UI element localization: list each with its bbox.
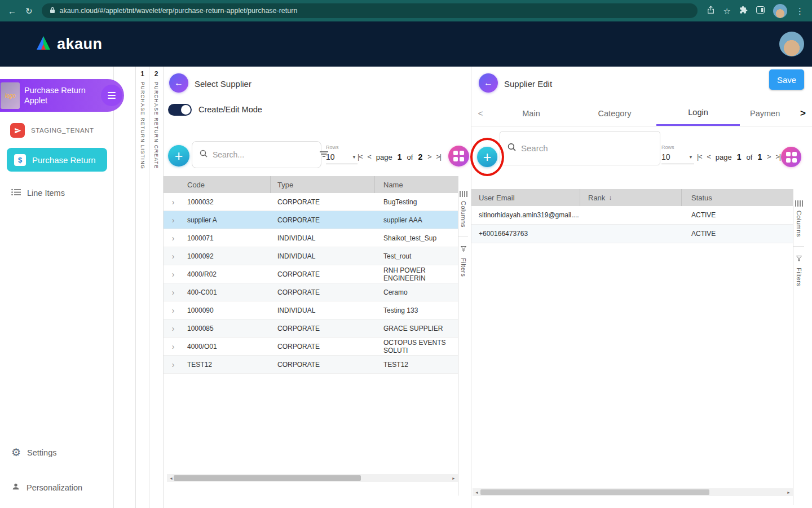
filters-button[interactable]: Filters xyxy=(460,258,467,277)
tab-category[interactable]: Category xyxy=(573,100,656,126)
last-page-icon[interactable]: >| xyxy=(776,153,781,161)
last-page-icon[interactable]: >| xyxy=(436,153,442,161)
create-edit-mode-toggle[interactable] xyxy=(168,104,192,116)
next-page-icon[interactable]: > xyxy=(767,153,770,161)
save-button[interactable]: Save xyxy=(769,69,804,90)
table-row[interactable]: ›1000092INDIVIDUALTest_rout xyxy=(164,247,458,265)
row-expand-icon[interactable]: › xyxy=(164,234,183,243)
cell-name: RNH POWER ENGINEERIN xyxy=(375,266,458,282)
table-row[interactable]: ›1000032CORPORATEBugTesting xyxy=(164,193,458,211)
table-row[interactable]: +600166473763ACTIVE xyxy=(471,225,793,243)
row-expand-icon[interactable]: › xyxy=(164,252,183,261)
filter-funnel-icon[interactable] xyxy=(461,244,466,254)
share-icon[interactable] xyxy=(707,6,715,16)
add-supplier-button[interactable]: + xyxy=(168,145,189,167)
strip-divider xyxy=(793,246,804,247)
prev-page-icon[interactable]: < xyxy=(707,153,710,161)
column-header-code[interactable]: Code xyxy=(164,176,271,193)
filter-funnel-icon[interactable] xyxy=(796,253,802,264)
columns-button[interactable]: Columns xyxy=(460,201,467,227)
pagination: |< < page 1 of 1 > >| xyxy=(697,152,780,161)
rows-value: 10 xyxy=(661,152,670,161)
vtab-purchase-return-listing[interactable]: 1 PURCHASE RETURN LISTING xyxy=(136,67,149,508)
column-header-name[interactable]: Name xyxy=(375,176,458,193)
back-button[interactable]: ← xyxy=(479,73,498,93)
horizontal-scrollbar[interactable]: ◄ ► xyxy=(167,474,458,482)
tab-main[interactable]: Main xyxy=(489,100,573,126)
rows-per-page-select[interactable]: Rows 10 ▼ xyxy=(661,144,694,164)
extensions-icon[interactable] xyxy=(739,6,748,16)
table-row[interactable]: ›4000/R02CORPORATERNH POWER ENGINEERIN xyxy=(164,265,458,283)
sidebar-item-settings[interactable]: ⚙ Settings xyxy=(11,446,56,459)
tenant-icon xyxy=(10,123,25,138)
first-page-icon[interactable]: |< xyxy=(358,153,363,161)
table-row[interactable]: sitinorhidayah.amin319@gmail....ACTIVE xyxy=(471,206,793,225)
address-bar[interactable]: akaun.cloud/#/applet/tnt/wavelet/erp/pur… xyxy=(42,3,698,18)
add-login-button[interactable]: + xyxy=(477,147,497,167)
table-row[interactable]: ›4000/O01CORPORATEOCTOPUS EVENTS SOLUTI xyxy=(164,338,458,356)
column-header-type[interactable]: Type xyxy=(271,176,375,193)
horizontal-scrollbar[interactable]: ◄ ► xyxy=(473,488,793,496)
row-expand-icon[interactable]: › xyxy=(164,324,183,333)
browser-menu-icon[interactable]: ⋮ xyxy=(796,7,804,15)
scrollbar-thumb[interactable] xyxy=(174,475,361,481)
sidebar-item-purchase-return[interactable]: $ Purchase Return xyxy=(7,148,107,172)
sidebar-item-tenant[interactable]: STAGING_TENANT xyxy=(10,123,94,138)
table-row[interactable]: ›1000090INDIVIDUALTesting 133 xyxy=(164,301,458,319)
cell-name: TEST12 xyxy=(375,361,458,369)
search-input[interactable] xyxy=(213,150,315,159)
select-supplier-panel: ← Select Supplier Create/Edit Mode + Row… xyxy=(164,67,471,508)
tab-payment[interactable]: Paymen xyxy=(740,100,794,126)
sidebar-item-label: Line Items xyxy=(27,189,65,198)
columns-handle-icon[interactable] xyxy=(460,191,467,197)
browser-profile-avatar[interactable] xyxy=(773,4,787,18)
row-expand-icon[interactable]: › xyxy=(164,270,183,279)
user-avatar[interactable] xyxy=(779,32,804,56)
table-row[interactable]: ›1000071INDIVIDUALShaikot_test_Sup xyxy=(164,229,458,247)
vtab-purchase-return-create[interactable]: 2 PURCHASE RETURN CREATE xyxy=(149,67,163,508)
search-input[interactable] xyxy=(521,143,652,153)
browser-window-icon[interactable] xyxy=(756,6,765,16)
row-expand-icon[interactable]: › xyxy=(164,342,183,351)
bookmark-star-icon[interactable]: ☆ xyxy=(723,7,731,15)
table-row[interactable]: ›400-C001CORPORATECeramo xyxy=(164,283,458,301)
table-side-strip: Columns Filters xyxy=(458,176,468,496)
browser-refresh-icon[interactable]: ↻ xyxy=(25,7,33,15)
back-button[interactable]: ← xyxy=(169,73,188,93)
row-expand-icon[interactable]: › xyxy=(164,360,183,369)
scroll-right-icon[interactable]: ► xyxy=(452,476,456,480)
rows-per-page-select[interactable]: Rows 10 ▼ xyxy=(326,144,358,164)
tabs-scroll-right-icon[interactable]: > xyxy=(794,100,812,126)
table-row[interactable]: ›TEST12CORPORATETEST12 xyxy=(164,356,458,374)
tabs-scroll-left-icon[interactable]: < xyxy=(471,100,489,126)
scroll-right-icon[interactable]: ► xyxy=(787,491,791,494)
sidebar-item-line-items[interactable]: Line Items xyxy=(11,189,65,198)
scroll-left-icon[interactable]: ◄ xyxy=(169,476,173,480)
next-page-icon[interactable]: > xyxy=(427,153,431,161)
column-header-rank[interactable]: Rank ↓ xyxy=(580,189,682,206)
scroll-left-icon[interactable]: ◄ xyxy=(475,491,479,494)
collapse-menu-button[interactable] xyxy=(101,85,122,106)
first-page-icon[interactable]: |< xyxy=(697,153,702,161)
columns-button[interactable]: Columns xyxy=(796,211,802,237)
filters-button[interactable]: Filters xyxy=(796,268,802,286)
row-expand-icon[interactable]: › xyxy=(164,198,183,207)
grid-view-button[interactable] xyxy=(781,147,801,167)
cell-name: Shaikot_test_Sup xyxy=(375,234,458,242)
row-expand-icon[interactable]: › xyxy=(164,216,183,225)
grid-view-button[interactable] xyxy=(448,146,469,167)
scrollbar-thumb[interactable] xyxy=(480,489,709,495)
column-header-user-email[interactable]: User Email xyxy=(471,189,580,206)
column-header-status[interactable]: Status xyxy=(682,189,793,206)
columns-handle-icon[interactable] xyxy=(795,200,803,207)
prev-page-icon[interactable]: < xyxy=(368,153,371,161)
browser-back-icon[interactable]: ← xyxy=(8,7,16,15)
sidebar-item-personalization[interactable]: Personalization xyxy=(11,482,82,493)
row-expand-icon[interactable]: › xyxy=(164,306,183,315)
page-word: page xyxy=(376,153,392,161)
table-row[interactable]: ›1000085CORPORATEGRACE SUPPLIER xyxy=(164,319,458,338)
row-expand-icon[interactable]: › xyxy=(164,288,183,297)
url-text: akaun.cloud/#/applet/tnt/wavelet/erp/pur… xyxy=(60,7,298,15)
tab-login[interactable]: Login xyxy=(656,100,740,126)
table-row[interactable]: ›supplier ACORPORATEsupplier AAA xyxy=(164,211,458,229)
